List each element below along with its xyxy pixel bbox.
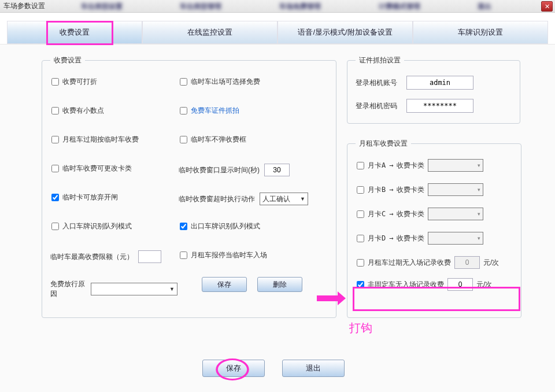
arrow-icon: →: [389, 210, 393, 218]
checkbox-decimal[interactable]: 收费有小数点: [50, 106, 104, 116]
fee-type-label: 收费卡类: [397, 185, 424, 195]
checkbox-free-doc-capture[interactable]: 免费车证件抓拍: [179, 106, 239, 116]
free-reason-label: 免费放行原因: [50, 279, 86, 299]
checkbox-month-card-c[interactable]: 月卡C: [356, 209, 386, 219]
month-c-combo[interactable]: ▾: [428, 208, 483, 220]
checkbox-temp-change-category[interactable]: 临时车收费可更改卡类: [50, 164, 132, 173]
unit-label: 元/次: [483, 258, 499, 268]
camera-pwd-label: 登录相机密码: [356, 101, 397, 111]
chevron-down-icon: ▾: [478, 162, 480, 168]
blurred-background-tabs: 车位类型设置车位类型管理车场免费管理计费模式管理退出: [52, 0, 520, 13]
checkbox-month-card-a[interactable]: 月卡A: [356, 161, 386, 171]
checkbox-nonfixed-no-entry[interactable]: 非固定车无入场记录收费: [356, 280, 444, 290]
checkbox-month-expired-no-entry[interactable]: 月租车过期无入场记录收费: [356, 258, 451, 268]
checkbox-entry-queue[interactable]: 入口车牌识别队列模式: [50, 221, 132, 231]
arrow-icon: →: [389, 161, 393, 169]
temp-max-label: 临时车最高收费限额（元）: [50, 252, 134, 262]
monthly-fee-group: 月租车收费设置 月卡A → 收费卡类 ▾ 月卡B → 收费卡类 ▾ 月卡C → …: [347, 139, 521, 318]
tab-online-monitor[interactable]: 在线监控设置: [142, 21, 278, 44]
window-title: 车场参数设置: [3, 1, 45, 11]
camera-user-label: 登录相机账号: [356, 78, 397, 88]
month-b-combo[interactable]: ▾: [428, 183, 483, 196]
fee-type-label: 收费卡类: [397, 234, 424, 243]
exit-button[interactable]: 退出: [282, 360, 345, 377]
tab-fee-settings[interactable]: 收费设置: [7, 21, 142, 44]
chevron-down-icon: ▾: [478, 211, 480, 217]
close-icon[interactable]: ✕: [541, 1, 553, 12]
chevron-down-icon: ▾: [478, 235, 480, 241]
annotation-arrow-icon: [317, 291, 346, 305]
chevron-down-icon: ▼: [169, 286, 175, 292]
annotation-text: 打钩: [349, 320, 372, 336]
checkbox-month-park-report[interactable]: 月租车报停当临时车入场: [179, 250, 267, 260]
fee-type-label: 收费卡类: [397, 161, 424, 171]
camera-capture-group: 证件抓拍设置 登录相机账号 登录相机密码: [347, 56, 520, 124]
checkbox-temp-free-exit[interactable]: 临时车出场可选择免费: [179, 77, 260, 87]
monthly-legend: 月租车收费设置: [356, 139, 411, 149]
camera-pwd-input[interactable]: [406, 99, 473, 113]
tab-voice-display[interactable]: 语音/显示模式/附加设备设置: [278, 21, 413, 44]
checkbox-temp-no-dialog[interactable]: 临时车不弹收费框: [179, 135, 246, 145]
checkbox-month-card-d[interactable]: 月卡D: [356, 234, 386, 243]
temp-window-label: 临时收费窗口显示时间(秒): [179, 165, 260, 175]
fee-settings-legend: 收费设置: [50, 56, 85, 65]
unit-label: 元/次: [476, 280, 492, 290]
chevron-down-icon: ▼: [300, 196, 305, 202]
checkbox-month-expire[interactable]: 月租车过期按临时车收费: [50, 135, 139, 145]
inner-save-button[interactable]: 保存: [202, 277, 247, 292]
arrow-icon: →: [389, 234, 393, 242]
temp-timeout-label: 临时收费窗超时执行动作: [179, 194, 255, 204]
month-expired-fee-input: [454, 256, 480, 269]
chevron-down-icon: ▾: [478, 187, 480, 193]
camera-legend: 证件抓拍设置: [356, 56, 404, 65]
tab-bar: 收费设置 在线监控设置 语音/显示模式/附加设备设置 车牌识别设置: [0, 13, 555, 45]
temp-timeout-combo[interactable]: 人工确认▼: [260, 193, 308, 205]
tab-plate-recognition[interactable]: 车牌识别设置: [413, 21, 548, 44]
inner-delete-button[interactable]: 删除: [257, 277, 302, 292]
nonfixed-fee-input[interactable]: [447, 278, 473, 291]
checkbox-month-card-b[interactable]: 月卡B: [356, 185, 386, 195]
checkbox-discount[interactable]: 收费可打折: [50, 77, 97, 87]
checkbox-exit-queue[interactable]: 出口车牌识别队列模式: [179, 221, 260, 231]
free-reason-combo[interactable]: ▼: [91, 283, 177, 295]
arrow-icon: →: [389, 186, 393, 194]
fee-settings-group: 收费设置 收费可打折 收费有小数点 月租车过期按临时车收费 临时车收费可更改卡类…: [42, 56, 336, 318]
temp-window-input[interactable]: [264, 164, 290, 176]
temp-max-input[interactable]: [138, 250, 161, 263]
camera-user-input[interactable]: [406, 76, 473, 90]
month-d-combo[interactable]: ▾: [428, 232, 483, 245]
save-button[interactable]: 保存: [202, 360, 265, 377]
checkbox-temp-abandon[interactable]: 临时卡可放弃开闸: [50, 193, 118, 202]
fee-type-label: 收费卡类: [397, 209, 424, 219]
month-a-combo[interactable]: ▾: [428, 159, 483, 172]
